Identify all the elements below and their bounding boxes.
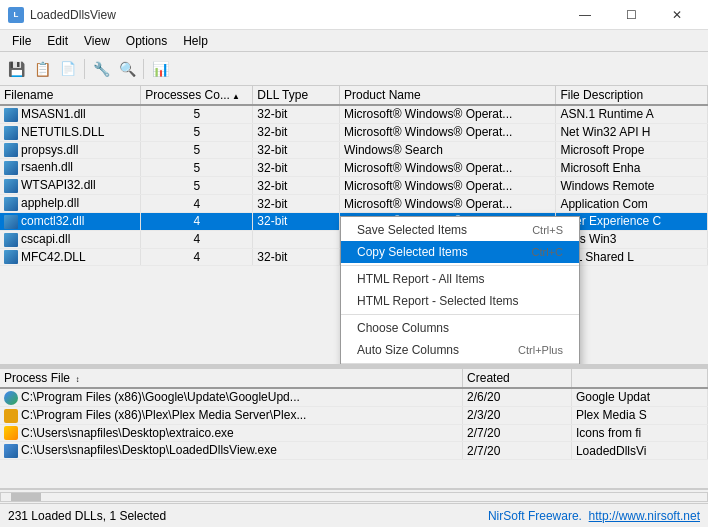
menu-edit[interactable]: Edit xyxy=(39,31,76,51)
process-icon xyxy=(4,444,18,458)
title-bar-controls: — ☐ ✕ xyxy=(562,0,700,30)
cell-desc: Plex Media S xyxy=(571,406,707,424)
dll-icon xyxy=(4,161,18,175)
cell-filedesc: Microsoft Enha xyxy=(556,159,708,177)
context-menu: Save Selected Items Ctrl+S Copy Selected… xyxy=(340,216,580,365)
toolbar-new[interactable]: 📄 xyxy=(56,57,80,81)
maximize-button[interactable]: ☐ xyxy=(608,0,654,30)
table-row[interactable]: C:\Users\snapfiles\Desktop\LoadedDllsVie… xyxy=(0,442,708,460)
context-menu-item[interactable]: HTML Report - All Items xyxy=(341,268,579,290)
col-filename[interactable]: Filename xyxy=(0,86,141,105)
cell-product: Microsoft® Windows® Operat... xyxy=(339,159,555,177)
context-menu-item[interactable]: Save Selected Items Ctrl+S xyxy=(341,219,579,241)
cell-processes: 4 xyxy=(141,230,253,248)
context-menu-item[interactable]: Copy Selected Items Ctrl+C xyxy=(341,241,579,263)
table-row[interactable]: apphelp.dll 4 32-bit Microsoft® Windows®… xyxy=(0,195,708,213)
ctx-item-label: Save Selected Items xyxy=(357,223,467,237)
app-icon: L xyxy=(8,7,24,23)
cell-processes: 4 xyxy=(141,248,253,266)
cell-created: 2/7/20 xyxy=(463,442,572,460)
context-menu-separator xyxy=(341,314,579,315)
cell-filename: propsys.dll xyxy=(0,141,141,159)
menu-view[interactable]: View xyxy=(76,31,118,51)
ctx-item-label: HTML Report - All Items xyxy=(357,272,485,286)
cell-dlltype: 32-bit xyxy=(253,212,340,230)
status-text: 231 Loaded DLLs, 1 Selected xyxy=(8,509,488,523)
sort-arrow-2: ↕ xyxy=(75,375,79,384)
hscroll-bar[interactable] xyxy=(0,489,708,503)
toolbar-search[interactable]: 🔍 xyxy=(115,57,139,81)
table-row[interactable]: C:\Program Files (x86)\Plex\Plex Media S… xyxy=(0,406,708,424)
bottom-col-desc[interactable] xyxy=(571,369,707,388)
sort-arrow: ▲ xyxy=(232,92,240,101)
cell-filedesc: Net Win32 API H xyxy=(556,123,708,141)
cell-filename: NETUTILS.DLL xyxy=(0,123,141,141)
status-right: NirSoft Freeware. http://www.nirsoft.net xyxy=(488,509,700,523)
cell-filedesc: Windows Remote xyxy=(556,177,708,195)
cell-processes: 5 xyxy=(141,159,253,177)
ctx-item-label: Copy Selected Items xyxy=(357,245,468,259)
bottom-col-process[interactable]: Process File ↕ xyxy=(0,369,463,388)
dll-icon xyxy=(4,108,18,122)
context-menu-item[interactable]: Choose Columns xyxy=(341,317,579,339)
table-row[interactable]: rsaenh.dll 5 32-bit Microsoft® Windows® … xyxy=(0,159,708,177)
col-filedesc[interactable]: File Description xyxy=(556,86,708,105)
process-icon xyxy=(4,409,18,423)
menu-help[interactable]: Help xyxy=(175,31,216,51)
toolbar-report[interactable]: 📊 xyxy=(148,57,172,81)
ctx-item-shortcut: Ctrl+C xyxy=(532,246,563,258)
dll-icon xyxy=(4,233,18,247)
cell-filedesc: Microsoft Prope xyxy=(556,141,708,159)
dll-icon xyxy=(4,250,18,264)
cell-product: Windows® Search xyxy=(339,141,555,159)
cell-processes: 5 xyxy=(141,105,253,123)
dll-icon xyxy=(4,179,18,193)
bottom-table-body: C:\Program Files (x86)\Google\Update\Goo… xyxy=(0,388,708,460)
col-product[interactable]: Product Name xyxy=(339,86,555,105)
process-icon xyxy=(4,391,18,405)
cell-processes: 4 xyxy=(141,212,253,230)
cell-product: Microsoft® Windows® Operat... xyxy=(339,195,555,213)
cell-process-file: C:\Users\snapfiles\Desktop\extraico.exe xyxy=(0,424,463,442)
toolbar-save[interactable]: 💾 xyxy=(4,57,28,81)
cell-filename: WTSAPI32.dll xyxy=(0,177,141,195)
cell-created: 2/7/20 xyxy=(463,424,572,442)
toolbar-separator-1 xyxy=(84,59,85,79)
table-row[interactable]: MSASN1.dll 5 32-bit Microsoft® Windows® … xyxy=(0,105,708,123)
context-menu-item[interactable]: HTML Report - Selected Items xyxy=(341,290,579,312)
cell-desc: Icons from fi xyxy=(571,424,707,442)
context-menu-item[interactable]: Auto Size Columns Ctrl+Plus xyxy=(341,339,579,361)
status-link[interactable]: http://www.nirsoft.net xyxy=(589,509,700,523)
table-row[interactable]: WTSAPI32.dll 5 32-bit Microsoft® Windows… xyxy=(0,177,708,195)
bottom-header-row: Process File ↕ Created xyxy=(0,369,708,388)
toolbar-settings[interactable]: 🔧 xyxy=(89,57,113,81)
dll-icon xyxy=(4,197,18,211)
col-processes[interactable]: Processes Co...▲ xyxy=(141,86,253,105)
bottom-table-container: Process File ↕ Created C:\Program Files … xyxy=(0,369,708,489)
table-row[interactable]: propsys.dll 5 32-bit Windows® Search Mic… xyxy=(0,141,708,159)
cell-dlltype: 32-bit xyxy=(253,248,340,266)
menu-file[interactable]: File xyxy=(4,31,39,51)
main-content: Filename Processes Co...▲ DLL Type Produ… xyxy=(0,86,708,503)
cell-filedesc: Application Com xyxy=(556,195,708,213)
dll-icon xyxy=(4,126,18,140)
toolbar-copy[interactable]: 📋 xyxy=(30,57,54,81)
table-row[interactable]: NETUTILS.DLL 5 32-bit Microsoft® Windows… xyxy=(0,123,708,141)
cell-product: Microsoft® Windows® Operat... xyxy=(339,105,555,123)
status-prefix: NirSoft Freeware. xyxy=(488,509,582,523)
cell-dlltype: 32-bit xyxy=(253,159,340,177)
table-row[interactable]: C:\Program Files (x86)\Google\Update\Goo… xyxy=(0,388,708,406)
close-button[interactable]: ✕ xyxy=(654,0,700,30)
bottom-col-created[interactable]: Created xyxy=(463,369,572,388)
cell-filename: MFC42.DLL xyxy=(0,248,141,266)
cell-product: Microsoft® Windows® Operat... xyxy=(339,177,555,195)
cell-processes: 5 xyxy=(141,123,253,141)
cell-process-file: C:\Users\snapfiles\Desktop\LoadedDllsVie… xyxy=(0,442,463,460)
table-row[interactable]: C:\Users\snapfiles\Desktop\extraico.exe … xyxy=(0,424,708,442)
process-icon xyxy=(4,426,18,440)
menu-options[interactable]: Options xyxy=(118,31,175,51)
cell-created: 2/3/20 xyxy=(463,406,572,424)
minimize-button[interactable]: — xyxy=(562,0,608,30)
cell-dlltype: 32-bit xyxy=(253,195,340,213)
col-dlltype[interactable]: DLL Type xyxy=(253,86,340,105)
